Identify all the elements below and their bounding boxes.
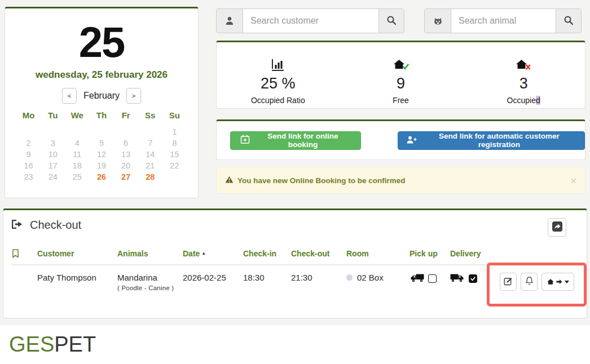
calendar-day[interactable]: 20 (114, 160, 138, 171)
calendar-day[interactable] (89, 126, 113, 137)
occupied-value: 3 (462, 75, 585, 92)
calendar-day[interactable] (16, 126, 41, 137)
truck-right-icon (450, 273, 465, 284)
booking-date: 2026-02-25 (183, 273, 243, 282)
occupied-label-text: Occupie (507, 96, 536, 105)
logo-pet: PET (54, 332, 96, 356)
calendar-day[interactable] (114, 126, 138, 137)
calendar-month-nav: < February > (5, 88, 198, 104)
calendar-day[interactable]: 11 (65, 149, 89, 160)
calendar-day[interactable]: 21 (138, 160, 162, 171)
weekday-label: Ss (138, 110, 162, 123)
delivery-checkbox[interactable] (469, 274, 477, 283)
bar-chart-icon (217, 51, 340, 71)
weekday-label: We (65, 110, 89, 123)
calendar-day[interactable]: 10 (41, 149, 65, 160)
calendar-day[interactable] (41, 126, 65, 137)
send-online-booking-button[interactable]: Send link for online booking (230, 131, 361, 150)
calendar-day[interactable]: 9 (16, 149, 41, 160)
warning-triangle-icon (225, 175, 234, 185)
occupied-label: Occupied (462, 96, 585, 105)
delivery-cell (450, 273, 500, 284)
sort-ascending-icon: ▲ (201, 251, 206, 256)
magnifier-icon (386, 15, 397, 27)
stat-occupied-ratio: 25 % Occupied Ratio (217, 42, 340, 108)
calendar-day[interactable]: 14 (138, 149, 162, 160)
calendar-day[interactable]: 16 (16, 160, 41, 171)
bookmark-icon[interactable] (12, 249, 37, 260)
calendar-day[interactable]: 17 (41, 160, 65, 171)
column-header-animals[interactable]: Animals (117, 249, 183, 258)
calendar-day[interactable]: 23 (16, 171, 41, 183)
next-month-button[interactable]: > (126, 88, 141, 104)
column-header-date[interactable]: Date▲ (183, 249, 243, 258)
calendar-day[interactable]: 12 (89, 149, 113, 160)
bell-icon (525, 276, 534, 287)
calendar-day[interactable]: 1 (162, 126, 187, 137)
pickup-checkbox[interactable] (428, 274, 437, 283)
caret-down-icon (565, 281, 569, 283)
column-header-check-in[interactable]: Check-in (243, 249, 291, 258)
customer-search-button[interactable] (379, 9, 404, 33)
animal-search-group (424, 8, 582, 33)
calendar-day[interactable] (65, 126, 89, 137)
animal-breed: ( Poodle - Canine ) (117, 285, 183, 291)
send-online-booking-label: Send link for online booking (255, 132, 351, 149)
weekday-label: Su (162, 110, 187, 123)
calendar-day[interactable]: 26 (89, 171, 113, 183)
share-button[interactable] (548, 218, 566, 237)
online-booking-alert: You have new Online Booking to be confir… (216, 167, 585, 194)
calendar-day[interactable]: 19 (89, 160, 113, 171)
calendar-day[interactable]: 27 (114, 171, 138, 183)
calendar-day[interactable]: 18 (65, 160, 89, 171)
pickup-cell (410, 273, 450, 284)
calendar-day[interactable]: 25 (65, 171, 89, 183)
checkout-dropdown-button[interactable] (541, 273, 574, 291)
calendar-day[interactable] (138, 126, 162, 137)
calendar-day[interactable]: 2 (16, 137, 41, 149)
calendar-weekday-row: Mo Tu We Th Fr Ss Su (5, 110, 198, 123)
weekday-label: Fr (114, 110, 138, 123)
calendar-day[interactable]: 24 (41, 171, 65, 183)
notification-button[interactable] (521, 273, 538, 291)
calendar-big-day: 25 (5, 21, 198, 64)
edit-button[interactable] (500, 273, 517, 291)
share-arrow-icon (552, 221, 562, 233)
house-check-icon (340, 51, 463, 71)
column-header-customer[interactable]: Customer (37, 249, 117, 258)
column-header-check-out[interactable]: Check-out (291, 249, 346, 258)
send-customer-registration-button[interactable]: Send link for automatic customer registr… (398, 131, 585, 150)
column-header-pick-up[interactable]: Pick up (410, 249, 450, 258)
column-header-delivery[interactable]: Delivery (450, 249, 500, 258)
calendar-day[interactable]: 6 (114, 137, 138, 149)
calendar-day[interactable]: 28 (138, 171, 162, 183)
calendar-day[interactable]: 13 (114, 149, 138, 160)
checkout-table: Customer Animals Date▲ Check-in Check-ou… (12, 249, 578, 291)
calendar-day[interactable] (162, 171, 187, 183)
close-icon[interactable]: × (570, 175, 576, 186)
calendar-day[interactable]: 22 (162, 160, 187, 171)
calendar-day[interactable]: 8 (162, 137, 187, 149)
calendar-day[interactable]: 7 (138, 137, 162, 149)
edit-icon (504, 277, 513, 287)
house-icon (547, 278, 554, 286)
calendar-day[interactable]: 5 (89, 137, 113, 149)
free-value: 9 (340, 75, 463, 92)
logo-ges: GES (9, 332, 54, 356)
calendar-day[interactable]: 4 (65, 137, 89, 149)
animal-name: Mandarina (117, 273, 183, 282)
animal-search-input[interactable] (451, 9, 556, 33)
room-color-dot (346, 274, 353, 281)
prev-month-button[interactable]: < (62, 88, 77, 104)
send-customer-registration-label: Send link for automatic customer registr… (422, 132, 576, 149)
customer-search-input[interactable] (243, 9, 379, 33)
calendar-card: 25 wednesday, 25 february 2026 < Februar… (5, 7, 199, 198)
calendar-day[interactable]: 15 (162, 149, 187, 160)
calendar-plus-icon (240, 135, 250, 146)
column-header-room[interactable]: Room (346, 249, 410, 258)
animal-search-button[interactable] (556, 9, 581, 33)
calendar-day[interactable]: 3 (41, 137, 65, 149)
house-x-icon (462, 51, 585, 71)
checkout-section: Check-out Customer Animals Date▲ Check-i… (3, 208, 587, 318)
calendar-month-label: February (83, 91, 120, 101)
